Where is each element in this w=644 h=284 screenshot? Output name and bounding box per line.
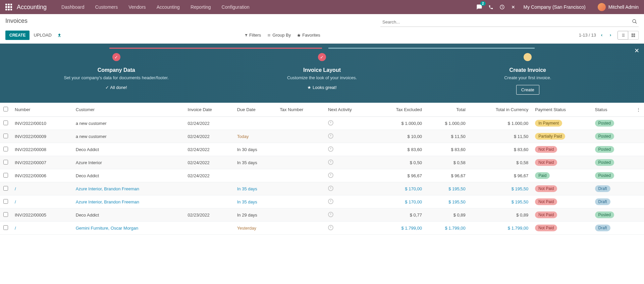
col-payment-status[interactable]: Payment Status xyxy=(532,103,591,117)
cell-next-activity[interactable] xyxy=(325,222,373,235)
status-badge: Draft xyxy=(595,185,610,192)
col-status[interactable]: Status xyxy=(592,103,633,117)
activity-clock-icon[interactable] xyxy=(328,146,333,152)
col-tax-excluded[interactable]: Tax Excluded xyxy=(373,103,425,117)
search-icon[interactable] xyxy=(632,19,637,24)
pager-text[interactable]: 1-13 / 13 xyxy=(579,33,596,38)
table-row[interactable]: INV/2022/00009a new customer02/24/2022To… xyxy=(0,130,644,143)
cell-total: $ 195,50 xyxy=(425,195,469,208)
col-invoice-date[interactable]: Invoice Date xyxy=(184,103,234,117)
cell-status: Posted xyxy=(592,143,633,156)
cell-invoice-date: 02/24/2022 xyxy=(184,130,234,143)
cell-number: INV/2022/00007 xyxy=(11,156,72,169)
cell-next-activity[interactable] xyxy=(325,182,373,195)
cell-status: Posted xyxy=(592,130,633,143)
create-button[interactable]: CREATE xyxy=(5,31,30,40)
table-row[interactable]: INV/2022/00007Azure Interior02/24/2022In… xyxy=(0,156,644,169)
step-action-done[interactable]: ✓ All done! xyxy=(14,85,218,90)
col-total[interactable]: Total xyxy=(425,103,469,117)
row-checkbox[interactable] xyxy=(3,147,8,151)
messaging-icon[interactable]: 2 xyxy=(476,4,482,10)
table-row[interactable]: /Azure Interior, Brandon FreemanIn 35 da… xyxy=(0,195,644,208)
nav-configuration[interactable]: Configuration xyxy=(216,1,255,13)
cell-next-activity[interactable] xyxy=(325,208,373,222)
phone-icon[interactable] xyxy=(488,5,493,10)
cell-next-activity[interactable] xyxy=(325,169,373,182)
nav-dashboard[interactable]: Dashboard xyxy=(56,1,90,13)
nav-vendors[interactable]: Vendors xyxy=(123,1,151,13)
nav-reporting[interactable]: Reporting xyxy=(185,1,216,13)
table-row[interactable]: INV/2022/00005Deco Addict02/23/2022In 29… xyxy=(0,208,644,222)
cell-next-activity[interactable] xyxy=(325,143,373,156)
step-desc: Customize the look of your invoices. xyxy=(220,75,424,80)
col-customer[interactable]: Customer xyxy=(72,103,184,117)
row-checkbox[interactable] xyxy=(3,212,8,217)
onboarding-step-company: ✓ Company Data Set your company's data f… xyxy=(14,53,218,95)
cell-next-activity[interactable] xyxy=(325,156,373,169)
table-row[interactable]: /Azure Interior, Brandon FreemanIn 35 da… xyxy=(0,182,644,195)
cell-due-date: In 35 days xyxy=(234,195,277,208)
col-due-date[interactable]: Due Date xyxy=(234,103,277,117)
company-selector[interactable]: My Company (San Francisco) xyxy=(524,4,586,10)
activity-clock-icon[interactable] xyxy=(328,212,333,217)
nav-accounting[interactable]: Accounting xyxy=(151,1,185,13)
cell-customer: a new customer xyxy=(72,130,184,143)
invoices-table: Number Customer Invoice Date Due Date Ta… xyxy=(0,103,644,235)
row-checkbox[interactable] xyxy=(3,225,8,230)
user-menu[interactable]: Mitchell Admin xyxy=(598,3,639,11)
search-input[interactable] xyxy=(380,17,639,27)
col-number[interactable]: Number xyxy=(11,103,72,117)
cell-total-currency: $ 96,67 xyxy=(469,169,532,182)
optional-fields-icon[interactable]: ⋮ xyxy=(633,103,644,117)
cell-tax-excluded: $ 1.799,00 xyxy=(373,222,425,235)
activity-clock-icon[interactable] xyxy=(328,133,333,139)
list-view-icon[interactable] xyxy=(618,31,628,40)
cell-next-activity[interactable] xyxy=(325,195,373,208)
filters-dropdown[interactable]: Filters xyxy=(245,33,261,38)
close-icon[interactable]: ✕ xyxy=(634,47,639,54)
clock-icon[interactable] xyxy=(499,4,505,10)
groupby-dropdown[interactable]: Group By xyxy=(267,33,291,38)
row-checkbox[interactable] xyxy=(3,199,8,204)
svg-rect-4 xyxy=(632,35,633,37)
pager-next-icon[interactable] xyxy=(607,32,613,39)
cell-payment-status: Paid xyxy=(532,169,591,182)
apps-icon[interactable] xyxy=(5,4,12,10)
step-action-create[interactable]: Create xyxy=(516,85,539,95)
row-checkbox[interactable] xyxy=(3,160,8,164)
table-row[interactable]: /Gemini Furniture, Oscar MorganYesterday… xyxy=(0,222,644,235)
activity-clock-icon[interactable] xyxy=(328,199,333,204)
col-tax-number[interactable]: Tax Number xyxy=(276,103,325,117)
row-checkbox[interactable] xyxy=(3,134,8,138)
cell-next-activity[interactable] xyxy=(325,130,373,143)
status-badge: Posted xyxy=(595,120,614,127)
row-checkbox[interactable] xyxy=(3,173,8,178)
table-row[interactable]: INV/2022/00006Deco Addict02/24/2022$ 96,… xyxy=(0,169,644,182)
row-checkbox[interactable] xyxy=(3,186,8,191)
cell-tax-excluded: $ 0,77 xyxy=(373,208,425,222)
cell-invoice-date: 02/24/2022 xyxy=(184,143,234,156)
row-checkbox[interactable] xyxy=(3,121,8,125)
close-x-icon[interactable] xyxy=(511,5,516,9)
favorites-dropdown[interactable]: Favorites xyxy=(297,33,320,38)
activity-clock-icon[interactable] xyxy=(328,186,333,191)
pager-prev-icon[interactable] xyxy=(599,32,605,39)
cell-next-activity[interactable] xyxy=(325,117,373,130)
upload-button[interactable]: UPLOAD xyxy=(30,30,55,40)
app-brand[interactable]: Accounting xyxy=(17,4,47,11)
nav-customers[interactable]: Customers xyxy=(90,1,123,13)
kanban-view-icon[interactable] xyxy=(628,31,639,40)
activity-clock-icon[interactable] xyxy=(328,225,333,230)
table-row[interactable]: INV/2022/00008Deco Addict02/24/2022In 30… xyxy=(0,143,644,156)
table-row[interactable]: INV/2022/00010a new customer02/24/2022$ … xyxy=(0,117,644,130)
step-action-looks-great[interactable]: ★ Looks great! xyxy=(220,85,424,90)
activity-clock-icon[interactable] xyxy=(328,120,333,126)
select-all-checkbox[interactable] xyxy=(3,107,8,111)
activity-clock-icon[interactable] xyxy=(328,159,333,165)
cell-tax-excluded: $ 10,00 xyxy=(373,130,425,143)
col-next-activity[interactable]: Next Activity xyxy=(325,103,373,117)
payment-status-badge: Not Paid xyxy=(535,198,557,205)
activity-clock-icon[interactable] xyxy=(328,173,333,178)
col-total-currency[interactable]: Total in Currency xyxy=(469,103,532,117)
upload-icon[interactable] xyxy=(57,33,62,38)
